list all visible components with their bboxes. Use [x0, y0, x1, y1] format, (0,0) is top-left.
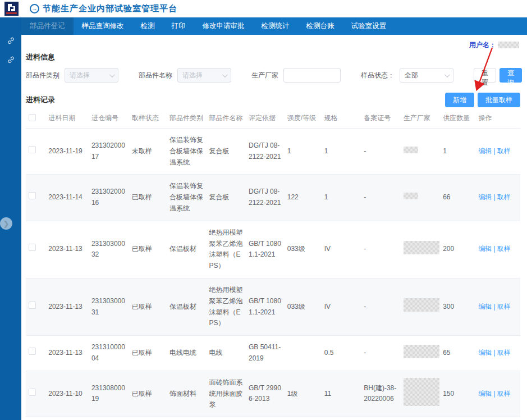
search-button[interactable]: 查询 [499, 68, 522, 83]
vendor-redacted [404, 241, 439, 254]
cell-no: 23131000004 [89, 336, 129, 371]
cell-category: 饰面材料 [167, 417, 206, 420]
sample-link[interactable]: 取样 [497, 193, 511, 201]
category-select[interactable]: 请选择 [65, 68, 118, 83]
table-row: 2023-11-1923130200017未取样保温装饰复合板墙体保温系统复合板… [26, 129, 520, 175]
cell-basis: DG/TJ 08-2122-2021 [246, 129, 285, 175]
op-separator: | [494, 349, 496, 357]
cell-basis: GB/T 29906-2013 [246, 371, 285, 417]
category-filter-label: 部品件类别 [26, 71, 59, 80]
row-checkbox[interactable] [29, 244, 36, 251]
cell-spec: IV [322, 278, 361, 335]
select-all-checkbox[interactable] [29, 114, 36, 121]
cell-grade: 122 [285, 175, 322, 221]
cell-spec: 1 [322, 175, 361, 221]
main-content: 用户名： 进料信息 部品件类别 请选择 部品件名称 请选择 生产厂家 [21, 35, 527, 420]
cell-category: 电线电缆 [167, 336, 206, 371]
link-icon[interactable] [0, 50, 21, 69]
nav-tab-2[interactable]: 样品查询修改 [74, 17, 132, 35]
edit-link[interactable]: 编辑 [479, 349, 492, 357]
column-header-spec: 规格 [322, 108, 361, 129]
factory-input[interactable] [283, 68, 341, 83]
nav-tab-4[interactable]: 打印 [163, 17, 194, 35]
cell-status: 未取样 [129, 129, 167, 175]
batch-sample-button[interactable]: 批量取样 [478, 93, 520, 107]
column-header-basis: 评定依据 [246, 108, 285, 129]
vendor-redacted [404, 147, 418, 153]
nav-tab-8[interactable]: 试验室设置 [343, 17, 395, 35]
cell-spec: IV [322, 221, 361, 278]
cell-vendor [401, 371, 440, 417]
edit-link[interactable]: 编辑 [479, 147, 492, 155]
reset-button[interactable]: 重置 [474, 68, 496, 83]
category-select-value: 请选择 [70, 71, 90, 80]
row-checkbox[interactable] [29, 146, 36, 153]
cell-no: 23130800018 [89, 417, 129, 420]
cell-name: 绝热用模塑聚苯乙烯泡沫塑料（EPS） [207, 221, 246, 278]
name-select[interactable]: 请选择 [177, 68, 231, 83]
cell-cert: - [361, 175, 400, 221]
row-checkbox[interactable] [29, 302, 36, 309]
chevron-down-icon [444, 72, 450, 77]
nav-tab-7[interactable]: 检测台账 [298, 17, 343, 35]
sample-link[interactable]: 取样 [497, 349, 511, 357]
cell-date: 2023-11-14 [45, 175, 89, 221]
row-checkbox[interactable] [29, 348, 36, 355]
cell-basis: GB/T 10801.1-2021 [246, 221, 285, 278]
nav-tab-1[interactable]: 部品件登记 [21, 17, 74, 35]
cell-basis: DG/TJ 08-2122-2021 [246, 175, 285, 221]
cell-spec: 11 [322, 371, 361, 417]
row-checkbox[interactable] [29, 389, 36, 396]
cell-grade: 1级 [285, 371, 322, 417]
records-table: 进料日期进仓编号取样状态部品件类别部品件名称评定依据强度/等级规格备案证号生产厂… [26, 108, 520, 420]
cell-ops: 编辑|取样 [476, 371, 520, 417]
vendor-redacted [404, 378, 439, 406]
cell-date: 2023-11-13 [45, 336, 89, 371]
cell-name: 复合板 [207, 175, 246, 221]
column-header-name: 部品件名称 [207, 108, 246, 129]
filter-bar: 部品件类别 请选择 部品件名称 请选择 生产厂家 样品状态： [26, 68, 520, 83]
table-row: 2023-11-1323130300032已取样保温板材绝热用模塑聚苯乙烯泡沫塑… [26, 221, 520, 278]
edit-link[interactable]: 编辑 [479, 193, 492, 201]
cell-spec: 0.5 [322, 336, 361, 371]
cell-qty: 200 [440, 221, 475, 278]
nav-tab-3[interactable]: 检测 [132, 17, 163, 35]
cell-status: 已取样 [129, 371, 167, 417]
vendor-redacted [404, 298, 439, 312]
status-filter-label: 样品状态： [361, 71, 395, 80]
cell-cert: BH(建)-38-20220006 [361, 371, 400, 417]
cell-basis: GB/T 10801.1-2021 [246, 278, 285, 335]
column-header-vendor: 生产厂家 [401, 108, 440, 129]
column-header-grade: 强度/等级 [285, 108, 322, 129]
name-filter-label: 部品件名称 [139, 71, 172, 80]
nav-tab-6[interactable]: 检测统计 [253, 17, 298, 35]
status-select[interactable]: 全部 [400, 68, 453, 83]
cell-ops: 编辑|取样 [476, 336, 520, 371]
sidebar-expand-button[interactable]: ❯ [0, 217, 12, 230]
edit-link[interactable]: 编辑 [479, 245, 492, 253]
add-button[interactable]: 新增 [445, 93, 474, 107]
edit-link[interactable]: 编辑 [479, 303, 492, 311]
cell-ops: 编辑|取样 [476, 221, 520, 278]
edit-link[interactable]: 编辑 [479, 390, 492, 398]
nav-tab-5[interactable]: 修改申请审批 [194, 17, 253, 35]
cell-vendor [401, 221, 440, 278]
cell-checkbox [26, 336, 45, 371]
cell-date: 2023-11-13 [45, 278, 89, 335]
cell-ops: 编辑|取样 [476, 129, 520, 175]
cell-status: 已取样 [129, 221, 167, 278]
column-header-status: 取样状态 [129, 108, 167, 129]
sample-link[interactable]: 取样 [497, 390, 511, 398]
sample-link[interactable]: 取样 [497, 147, 511, 155]
cell-no: 23130200016 [89, 175, 129, 221]
op-separator: | [494, 390, 496, 398]
sample-link[interactable]: 取样 [497, 245, 511, 253]
cell-name: 绝热用模塑聚苯乙烯泡沫塑料（EPS） [207, 278, 246, 335]
cell-vendor [401, 278, 440, 335]
cell-basis: GB 50411-2019 [246, 336, 285, 371]
row-checkbox[interactable] [29, 192, 36, 199]
cell-cert: - [361, 129, 400, 175]
link-icon[interactable] [0, 31, 21, 50]
sample-link[interactable]: 取样 [497, 303, 511, 311]
cell-vendor [401, 175, 440, 221]
